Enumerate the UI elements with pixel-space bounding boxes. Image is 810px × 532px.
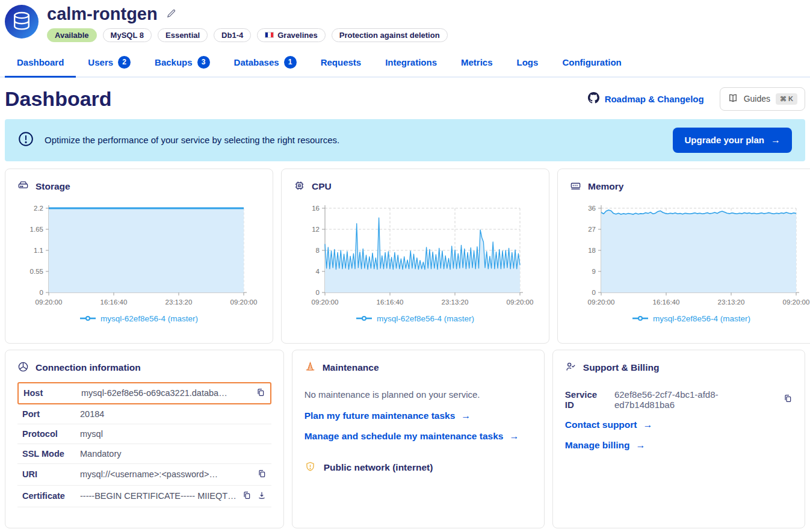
tab-backups-count: 3 (197, 56, 210, 69)
svg-text:09:20:00: 09:20:00 (783, 298, 810, 306)
storage-card-title: Storage (36, 181, 70, 192)
cpu-chip-icon (294, 180, 305, 194)
plan-badge: Essential (158, 28, 208, 42)
storage-card: Storage 00.551.11.652.209:20:0016:16:402… (5, 169, 273, 344)
upgrade-plan-label: Upgrade your plan (684, 135, 764, 145)
svg-text:1.1: 1.1 (34, 247, 43, 254)
guides-button[interactable]: Guides ⌘ K (720, 87, 805, 111)
svg-text:12: 12 (312, 226, 320, 233)
arrow-right-icon: → (635, 440, 645, 451)
database-logo-icon (5, 5, 39, 39)
copy-icon (257, 469, 267, 480)
roadmap-changelog-label: Roadmap & Changelog (605, 94, 704, 104)
tab-users[interactable]: Users2 (76, 49, 143, 76)
host-value: mysql-62ef8e56-o69ca3221.databa… (81, 388, 250, 398)
maintenance-card-title: Maintenance (323, 362, 379, 373)
host-label: Host (23, 388, 81, 398)
manage-maintenance-label: Manage and schedule my maintenance tasks (305, 431, 504, 442)
hard-drive-icon (17, 180, 29, 194)
download-certificate-button[interactable] (257, 490, 267, 502)
svg-text:23:13:20: 23:13:20 (442, 298, 469, 306)
copy-certificate-button[interactable] (242, 490, 252, 502)
svg-text:27: 27 (588, 226, 596, 233)
svg-text:09:20:00: 09:20:00 (230, 298, 258, 306)
svg-text:23:13:20: 23:13:20 (165, 298, 193, 306)
region-badge: Gravelines (257, 28, 326, 42)
memory-legend[interactable]: mysql-62ef8e56-4 (master) (570, 314, 810, 323)
port-label: Port (22, 409, 80, 419)
manage-maintenance-link[interactable]: Manage and schedule my maintenance tasks… (305, 431, 532, 442)
plan-maintenance-link[interactable]: Plan my future maintenance tasks → (305, 410, 532, 421)
tab-label: Logs (517, 57, 539, 67)
certificate-value: -----BEGIN CERTIFICATE----- MIIEQT… (80, 491, 237, 501)
svg-text:09:20:00: 09:20:00 (36, 298, 63, 306)
svg-text:0: 0 (592, 289, 596, 296)
tab-metrics[interactable]: Metrics (449, 49, 505, 76)
connection-card-title: Connection information (36, 362, 141, 373)
user-check-icon (565, 361, 577, 375)
keyboard-shortcut-badge: ⌘ K (776, 93, 797, 105)
copy-icon (242, 490, 252, 502)
network-access-row: Public network (internet) (305, 461, 532, 475)
copy-service-id-button[interactable] (783, 394, 793, 405)
tab-bar: Dashboard Users2 Backups3 Databases1 Req… (0, 49, 810, 78)
arrow-right-icon: → (643, 419, 653, 430)
legend-label: mysql-62ef8e56-4 (master) (653, 314, 750, 323)
tab-databases[interactable]: Databases1 (222, 49, 309, 76)
network-access-label: Public network (internet) (324, 462, 433, 473)
svg-text:0: 0 (40, 289, 43, 296)
engine-badge: MySQL 8 (103, 28, 152, 42)
tab-integrations[interactable]: Integrations (373, 49, 449, 76)
roadmap-changelog-link[interactable]: Roadmap & Changelog (588, 92, 704, 105)
manage-billing-link[interactable]: Manage billing → (565, 440, 793, 451)
port-row: Port 20184 (17, 404, 271, 424)
tab-configuration[interactable]: Configuration (550, 49, 633, 76)
uri-row: URI mysql://<username>:<password>… (17, 464, 271, 486)
tab-label: Metrics (461, 57, 493, 67)
copy-icon (783, 394, 793, 405)
contact-support-link[interactable]: Contact support → (565, 419, 793, 430)
github-icon (588, 92, 599, 105)
traffic-cone-icon (305, 361, 316, 375)
service-id-row: Service ID 62ef8e56-2cf7-4bc1-afd8-ed7b1… (565, 389, 793, 410)
tab-backups[interactable]: Backups3 (143, 49, 222, 76)
svg-text:0.55: 0.55 (30, 268, 43, 275)
copy-uri-button[interactable] (257, 469, 267, 480)
copy-host-button[interactable] (256, 388, 265, 399)
deletion-protection-badge: Protection against deletion (332, 28, 448, 42)
tab-label: Requests (321, 57, 362, 67)
book-icon (728, 93, 738, 105)
svg-text:16:16:40: 16:16:40 (653, 298, 680, 306)
tab-label: Users (88, 57, 113, 67)
tab-label: Databases (234, 57, 279, 67)
support-billing-card: Support & Billing Service ID 62ef8e56-2c… (552, 350, 805, 528)
upgrade-banner: Optimize the performance of your service… (5, 119, 805, 161)
support-card-title: Support & Billing (583, 362, 660, 373)
cpu-chart: 048121609:20:0016:16:4023:13:2009:20:00 (294, 202, 537, 309)
legend-label: mysql-62ef8e56-4 (master) (377, 314, 474, 323)
storage-legend[interactable]: mysql-62ef8e56-4 (master) (17, 314, 261, 323)
certificate-label: Certificate (22, 491, 80, 501)
edit-name-button[interactable] (165, 7, 178, 22)
uri-value: mysql://<username>:<password>… (80, 469, 252, 479)
svg-text:16: 16 (312, 205, 320, 212)
cpu-legend[interactable]: mysql-62ef8e56-4 (master) (294, 314, 537, 323)
arrow-right-icon: → (461, 410, 471, 421)
cpu-card-title: CPU (312, 181, 332, 192)
tab-logs[interactable]: Logs (505, 49, 551, 76)
svg-text:9: 9 (592, 268, 596, 275)
maintenance-status-text: No maintenance is planned on your servic… (305, 389, 532, 400)
service-id-label: Service ID (565, 389, 608, 410)
tab-users-count: 2 (118, 56, 131, 69)
certificate-row: Certificate -----BEGIN CERTIFICATE----- … (17, 486, 271, 507)
memory-card-title: Memory (588, 181, 623, 192)
tab-label: Backups (155, 57, 193, 67)
upgrade-plan-button[interactable]: Upgrade your plan → (673, 128, 792, 153)
svg-text:23:13:20: 23:13:20 (718, 298, 745, 306)
tab-dashboard[interactable]: Dashboard (5, 49, 76, 76)
tab-requests[interactable]: Requests (309, 49, 374, 76)
tab-label: Dashboard (17, 57, 64, 67)
protocol-row: Protocol mysql (17, 424, 271, 444)
port-value: 20184 (80, 409, 267, 419)
copy-icon (256, 388, 265, 399)
